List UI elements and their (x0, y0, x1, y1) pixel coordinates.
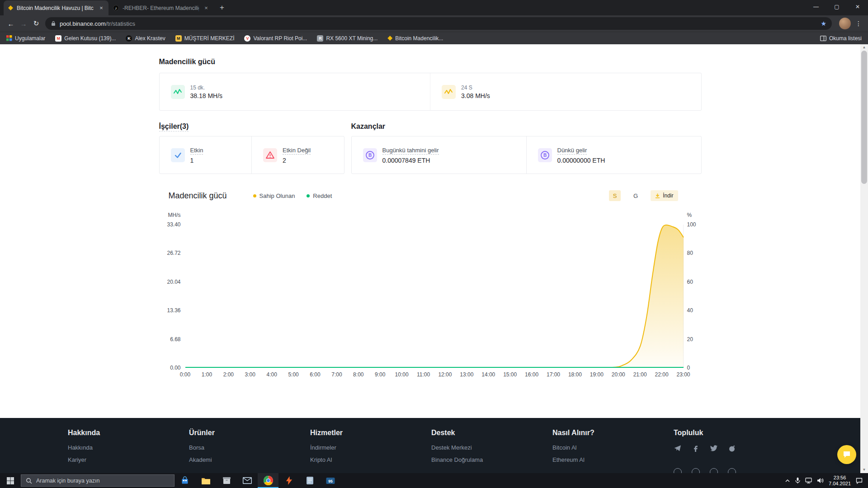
scroll-up-icon[interactable]: ▲ (863, 44, 866, 51)
x-axis-tick: 7:00 (331, 371, 342, 378)
microphone-icon[interactable] (795, 477, 800, 484)
y-axis-tick-right: 20 (687, 336, 693, 343)
footer-link[interactable]: Ethereum Al (552, 456, 674, 463)
taskbar-app-package[interactable] (216, 473, 237, 488)
close-button[interactable]: ✕ (847, 0, 868, 14)
taskbar-app-capture[interactable]: 95 (320, 473, 341, 488)
y-axis-left: 33.4026.7220.0413.366.680.00 (159, 225, 181, 368)
reading-list-button[interactable]: Okuma listesi (820, 35, 862, 42)
x-axis-tick: 18:00 (568, 371, 582, 378)
range-day-button[interactable]: G (630, 190, 642, 201)
taskbar-app-explorer[interactable] (195, 473, 216, 488)
social-icon-more[interactable] (674, 468, 682, 473)
footer-link[interactable]: Destek Merkezi (431, 444, 552, 451)
footer-link[interactable]: İndirmeler (310, 444, 431, 451)
tab-close-icon[interactable]: × (98, 5, 105, 12)
bookmark-valorant[interactable]: V Valorant RP Riot Poi... (244, 35, 307, 42)
chart-title: Madencilik gücü (169, 191, 227, 201)
back-icon[interactable]: ← (5, 17, 17, 30)
scrollbar[interactable]: ▲ ▼ (860, 44, 868, 473)
x-axis-tick: 16:00 (525, 371, 538, 378)
earnings-yesterday-label[interactable]: Dünkü gelir (557, 147, 587, 155)
workers-inactive-label[interactable]: Etkin Değil (283, 147, 311, 155)
taskbar-app-store[interactable] (175, 473, 195, 488)
url-text: pool.binance.com/tr/statistics (60, 20, 817, 27)
reload-icon[interactable]: ↻ (30, 17, 42, 30)
taskbar-search-input[interactable]: Aramak için buraya yazın (21, 474, 175, 487)
page-viewport: Madencilik gücü 15 dk. 38.18 MH/s (0, 44, 868, 473)
workers-section-title: İşçiler(3) (159, 122, 344, 131)
tab-ethereum-guide[interactable]: ♪ -REHBER- Ethereum Madenciliği × (108, 0, 213, 15)
scroll-down-icon[interactable]: ▼ (863, 467, 866, 473)
k-avatar-icon: K (126, 35, 132, 42)
tab-title: -REHBER- Ethereum Madenciliği (123, 5, 199, 11)
taskbar-clock[interactable]: 23:56 7.04.2021 (829, 475, 851, 487)
footer-link[interactable]: Binance Doğrulama (431, 456, 552, 463)
tray-expand-icon[interactable] (785, 479, 790, 483)
volume-icon[interactable] (817, 478, 824, 483)
earnings-today-label[interactable]: Bugünkü tahmini gelir (382, 147, 439, 155)
profile-avatar[interactable] (839, 18, 851, 29)
bookmark-customer-center[interactable]: M MÜŞTERİ MERKEZİ (175, 35, 235, 42)
download-button[interactable]: İndir (651, 190, 678, 201)
y-axis-tick-left: 0.00 (170, 365, 180, 371)
twitter-icon[interactable] (710, 444, 718, 452)
y-axis-tick-right: 100 (687, 221, 696, 228)
minimize-button[interactable]: — (806, 0, 826, 14)
range-hour-button[interactable]: S (609, 190, 621, 201)
reddit-icon[interactable] (728, 444, 736, 452)
doc-icon: R (317, 35, 323, 42)
bookmark-star-icon[interactable]: ★ (821, 20, 826, 27)
bookmark-rx5600-mining[interactable]: R RX 5600 XT Mining... (317, 35, 377, 42)
facebook-icon[interactable] (692, 444, 700, 452)
workers-active-label[interactable]: Etkin (190, 147, 203, 155)
browser-menu-icon[interactable]: ⋮ (854, 20, 863, 27)
footer-link[interactable]: Borsa (189, 444, 310, 451)
taskbar-app-mail[interactable] (237, 473, 258, 488)
gmail-icon: M (55, 35, 61, 42)
social-icon-more[interactable] (710, 468, 718, 473)
maximize-button[interactable]: ▢ (826, 0, 847, 14)
footer-link[interactable]: Kariyer (68, 456, 189, 463)
chat-support-button[interactable] (837, 445, 856, 464)
notification-center-icon[interactable] (856, 478, 863, 484)
legend-reject[interactable]: Reddet (307, 192, 332, 199)
footer-link[interactable]: Akademi (189, 456, 310, 463)
network-icon[interactable] (805, 478, 812, 483)
y-axis-unit-left: MH/s (159, 212, 181, 218)
chart-controls: S G İndir (609, 190, 701, 201)
social-icon-more[interactable] (692, 468, 700, 473)
tab-bitcoin-pool[interactable]: Bitcoin Madencilik Havuzu | Bitc × (4, 0, 108, 15)
forward-icon[interactable]: → (17, 17, 30, 30)
y-axis-unit-right: % (687, 212, 692, 218)
footer-link[interactable]: Hakkında (68, 444, 189, 451)
taskbar-app-chrome[interactable] (258, 473, 278, 488)
bookmark-apps[interactable]: Uygulamalar (6, 35, 45, 42)
scrollbar-thumb[interactable] (861, 51, 867, 184)
bookmark-inbox[interactable]: M Gelen Kutusu (139)... (55, 35, 116, 42)
address-bar[interactable]: pool.binance.com/tr/statistics ★ (45, 17, 832, 30)
taskbar-app-notes[interactable] (299, 473, 320, 488)
reading-list-icon (820, 36, 826, 41)
x-axis-tick: 17:00 (547, 371, 560, 378)
bookmark-alex-krastev[interactable]: K Alex Krastev (126, 35, 165, 42)
taskbar-app-miner[interactable] (278, 473, 299, 488)
social-icon-more[interactable] (728, 468, 736, 473)
windows-logo-icon (7, 477, 14, 484)
start-button[interactable] (0, 473, 21, 488)
x-axis-tick: 9:00 (375, 371, 385, 378)
x-axis-tick: 13:00 (460, 371, 473, 378)
new-tab-button[interactable]: + (216, 2, 228, 14)
footer-link[interactable]: Bitcoin Al (552, 444, 674, 451)
x-axis-tick: 14:00 (481, 371, 495, 378)
bookmark-bitcoin-mining[interactable]: Bitcoin Madencilik... (387, 35, 443, 42)
x-axis-tick: 20:00 (612, 371, 625, 378)
telegram-icon[interactable] (674, 444, 682, 452)
legend-owned[interactable]: Sahip Olunan (253, 192, 295, 199)
tab-close-icon[interactable]: × (203, 5, 210, 12)
window-controls: — ▢ ✕ (806, 0, 868, 14)
earnings-section-title: Kazançlar (351, 122, 702, 131)
bookmarks-bar: Uygulamalar M Gelen Kutusu (139)... K Al… (0, 32, 868, 44)
chart-plot-area[interactable] (185, 225, 684, 368)
footer-link[interactable]: Kripto Al (310, 456, 431, 463)
